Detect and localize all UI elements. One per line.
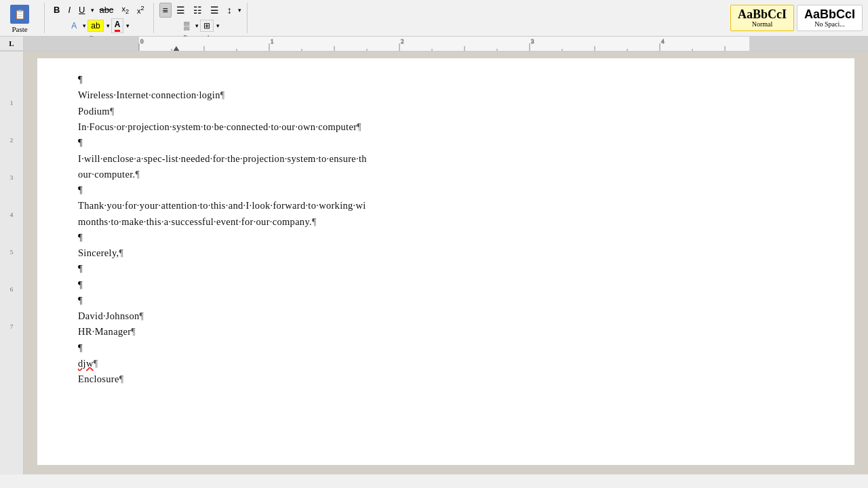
ruler-num-5: 4 [0,210,23,247]
border-dropdown[interactable]: ▾ [216,22,220,29]
font-color-underline [115,30,121,32]
shading-dropdown[interactable]: ▾ [195,22,199,29]
superscript-button[interactable]: x2 [134,3,148,17]
line-spacing-button[interactable]: ↕ [224,3,235,18]
line-3[interactable]: Podium¶ [78,104,814,119]
justify-button[interactable]: ☰ [207,3,222,18]
line-5: ¶ [78,135,814,150]
align-center-button[interactable]: ☰ [173,3,189,18]
text-effects-dropdown[interactable]: ▾ [83,22,86,29]
svg-text:0: 0 [140,38,144,45]
text-effects-button[interactable]: A [68,19,80,33]
line-7[interactable]: our·computer.¶ [78,167,814,182]
line-spacing-dropdown[interactable]: ▾ [238,7,241,14]
line-13: ¶ [78,261,814,277]
ruler-num-4: 3 [0,173,23,210]
paste-icon: 📋 [10,5,29,24]
styles-panel: AaBbCcI Normal AaBbCcI No Spaci... [730,5,863,31]
line-11: ¶ [78,230,814,245]
line-16[interactable]: David·Johnson¶ [78,308,814,324]
style-no-spacing[interactable]: AaBbCcI No Spaci... [797,5,863,31]
underline-button[interactable]: U [75,3,88,17]
line-6[interactable]: I·will·enclose·a·spec-list·needed·for·th… [78,151,814,167]
line-19[interactable]: djw¶ [78,356,814,371]
ruler: 0 1 2 3 4 [24,37,868,51]
toolbar: 📋 Paste Clipboard ▾ B I U ▾ abc x2 x2 A … [0,0,868,37]
line-1: ¶ [78,72,814,87]
italic-button[interactable]: I [64,3,74,17]
line-8: ¶ [78,182,814,198]
bold-button[interactable]: B [50,3,63,17]
line-15: ¶ [78,293,814,308]
highlight-button[interactable]: ab [87,20,103,32]
ruler-num-8: 7 [0,322,23,359]
line-17[interactable]: HR·Manager¶ [78,324,814,340]
paste-button[interactable]: 📋 Paste [5,3,34,35]
ruler-svg: 0 1 2 3 4 [24,37,868,51]
svg-text:4: 4 [661,38,665,45]
ruler-num-1 [0,61,23,98]
border-button[interactable]: ⊞ [200,20,214,32]
line-4[interactable]: In·Focus·or·projection·system·to·be·conn… [78,119,814,135]
line-numbers: 1 2 3 4 5 6 7 [0,61,23,359]
svg-text:2: 2 [401,38,404,45]
underline-dropdown[interactable]: ▾ [91,7,94,14]
svg-text:3: 3 [531,38,534,45]
align-left-button[interactable]: ≡ [159,3,172,18]
line-9[interactable]: Thank·you·for·your·attention·to·this·and… [78,198,814,214]
line-20[interactable]: Enclosure¶ [78,371,814,387]
ruler-num-6: 5 [0,247,23,285]
ruler-num-7: 6 [0,285,23,322]
svg-rect-1 [139,37,749,51]
left-sidebar: 1 2 3 4 5 6 7 [0,52,24,474]
highlight-dropdown[interactable]: ▾ [106,22,110,29]
paragraph-section: ≡ ☰ ☷ ☰ ↕ ▾ ▒ ▾ ⊞ ▾ Paragraph ▾ [159,3,248,33]
line-10[interactable]: months·to·make·this·a·successful·event·f… [78,214,814,230]
subscript-button[interactable]: x2 [118,3,132,17]
main-layout: 1 2 3 4 5 6 7 ¶ Wireless·Internet·connec… [0,52,868,474]
line-2[interactable]: Wireless·Internet·connection·login¶ [78,87,814,103]
paste-label: Paste [12,25,27,33]
shading-button[interactable]: ▒ [180,19,193,33]
line-18: ¶ [78,340,814,356]
squiggly-text: djw [78,358,94,369]
font-section: B I U ▾ abc x2 x2 A ▾ ab ▾ A ▾ Font ▾ [50,3,154,33]
page-area[interactable]: ¶ Wireless·Internet·connection·login¶ Po… [24,52,868,474]
clipboard-section: 📋 Paste Clipboard ▾ [5,3,45,33]
svg-text:1: 1 [271,38,274,45]
document-page[interactable]: ¶ Wireless·Internet·connection·login¶ Po… [37,58,854,465]
ruler-area: L 0 1 2 3 4 [0,37,868,52]
style-normal[interactable]: AaBbCcI Normal [730,5,794,31]
ruler-num-3: 2 [0,136,23,173]
font-color-dropdown[interactable]: ▾ [126,22,130,29]
strikethrough-button[interactable]: abc [96,3,117,17]
font-color-button[interactable]: A [111,18,124,33]
line-12[interactable]: Sincerely,¶ [78,245,814,261]
align-right-button[interactable]: ☷ [190,3,205,18]
ruler-num-2: 1 [0,98,23,136]
line-14: ¶ [78,277,814,293]
tab-selector[interactable]: L [0,37,24,51]
